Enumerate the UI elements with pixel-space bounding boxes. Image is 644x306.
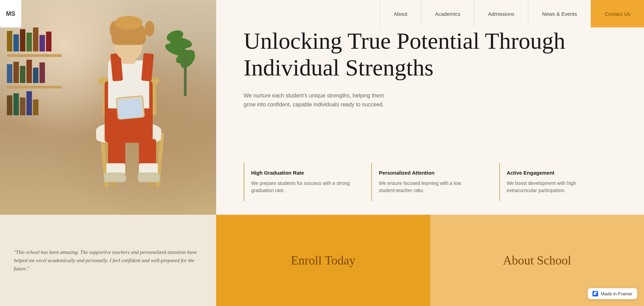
feature-title-graduation: High Graduation Rate — [251, 170, 351, 176]
cta-enroll-label: Enroll Today — [291, 253, 355, 268]
feature-card-graduation: High Graduation Rate We prepare students… — [244, 163, 361, 201]
feature-desc-attention: We ensure focused learning with a low st… — [379, 180, 478, 194]
testimonial-strip: "This school has been amazing. The suppo… — [0, 215, 216, 306]
hero-title: Unlocking True Potential Through Individ… — [244, 27, 617, 81]
framer-badge-label: Made in Framer — [601, 291, 632, 296]
nav-item-admissions[interactable]: Admissions — [474, 0, 528, 27]
feature-title-engagement: Active Engagement — [507, 170, 606, 176]
left-panel: "This school has been amazing. The suppo… — [0, 0, 216, 306]
hero-content: Unlocking True Potential Through Individ… — [216, 0, 644, 215]
nav-spacer — [21, 0, 380, 27]
feature-card-engagement: Active Engagement We boost development w… — [499, 163, 617, 201]
cta-enroll-button[interactable]: Enroll Today — [216, 215, 430, 306]
framer-badge[interactable]: Made in Framer — [588, 288, 637, 299]
bookshelf-decoration — [7, 27, 62, 96]
right-panel: Unlocking True Potential Through Individ… — [216, 0, 644, 306]
feature-title-attention: Personalized Attention — [379, 170, 478, 176]
testimonial-text: "This school has been amazing. The suppo… — [14, 248, 202, 273]
hero-subtitle: We nurture each student's unique strengt… — [244, 91, 395, 109]
nav-links: About Academics Admissions News & Events… — [380, 0, 644, 27]
cta-about-label: About School — [503, 253, 571, 268]
feature-desc-graduation: We prepare students for success with a s… — [251, 180, 351, 194]
nav-item-news-events[interactable]: News & Events — [528, 0, 591, 27]
feature-cards: High Graduation Rate We prepare students… — [244, 163, 617, 201]
nav-item-about[interactable]: About — [380, 0, 421, 27]
nav-logo[interactable]: MS — [0, 0, 21, 27]
main-container: "This school has been amazing. The suppo… — [0, 0, 644, 306]
feature-card-attention: Personalized Attention We ensure focused… — [371, 163, 489, 201]
nav-item-academics[interactable]: Academics — [421, 0, 474, 27]
cta-strip: Enroll Today About School — [216, 215, 644, 306]
navbar: MS About Academics Admissions News & Eve… — [0, 0, 644, 27]
feature-desc-engagement: We boost development with high extracurr… — [507, 180, 606, 194]
nav-item-contact[interactable]: Contact Us — [591, 0, 644, 27]
framer-icon — [593, 291, 598, 296]
hero-image — [0, 0, 216, 215]
child-figure — [77, 16, 180, 187]
